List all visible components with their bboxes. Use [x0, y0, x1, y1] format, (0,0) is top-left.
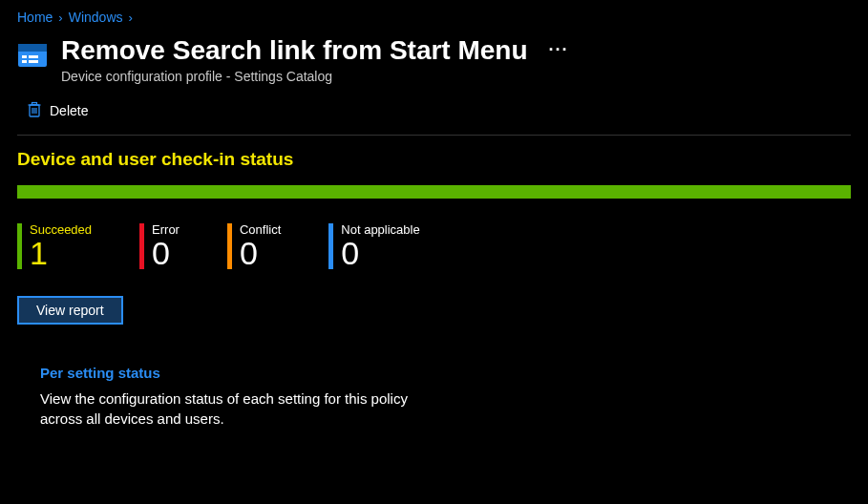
delete-button[interactable]: Delete: [27, 101, 88, 121]
per-setting-status-card[interactable]: Per setting status View the configuratio…: [29, 349, 430, 448]
breadcrumb-home[interactable]: Home: [17, 10, 53, 25]
per-setting-status-desc: View the configuration status of each se…: [40, 388, 413, 429]
svg-rect-1: [18, 44, 47, 52]
view-report-button[interactable]: View report: [17, 296, 123, 325]
chevron-right-icon: ›: [129, 10, 133, 25]
stat-not-applicable[interactable]: Not applicable 0: [328, 223, 419, 269]
page-title: Remove Search link from Start Menu: [61, 34, 528, 67]
profile-icon: [17, 40, 48, 71]
more-actions-button[interactable]: ···: [545, 40, 573, 61]
page-subtitle: Device configuration profile - Settings …: [61, 69, 573, 84]
toolbar: Delete: [0, 92, 868, 129]
status-stats: Succeeded 1 Error 0 Conflict 0 Not appli…: [0, 199, 868, 279]
per-setting-status-title[interactable]: Per setting status: [40, 365, 413, 381]
stat-color-bar: [227, 223, 232, 269]
stat-value: 0: [240, 237, 281, 269]
stat-value: 0: [152, 237, 180, 269]
stat-color-bar: [328, 223, 333, 269]
stat-color-bar: [139, 223, 144, 269]
checkin-status-heading: Device and user check-in status: [0, 136, 868, 179]
svg-rect-11: [32, 102, 37, 104]
stat-value: 1: [30, 237, 92, 269]
stat-value: 0: [341, 237, 419, 269]
svg-rect-3: [29, 55, 38, 58]
breadcrumb: Home › Windows ›: [0, 0, 868, 31]
stat-succeeded[interactable]: Succeeded 1: [17, 223, 92, 269]
trash-icon: [27, 101, 42, 121]
stat-conflict[interactable]: Conflict 0: [227, 223, 281, 269]
delete-label: Delete: [50, 103, 88, 118]
stat-color-bar: [17, 223, 22, 269]
breadcrumb-windows[interactable]: Windows: [69, 10, 123, 25]
status-progress-bar: [17, 185, 851, 199]
stat-error[interactable]: Error 0: [139, 223, 180, 269]
svg-rect-4: [22, 60, 27, 63]
page-header: Remove Search link from Start Menu ··· D…: [0, 31, 868, 92]
svg-rect-5: [29, 60, 38, 63]
svg-rect-2: [22, 55, 27, 58]
chevron-right-icon: ›: [58, 10, 62, 25]
